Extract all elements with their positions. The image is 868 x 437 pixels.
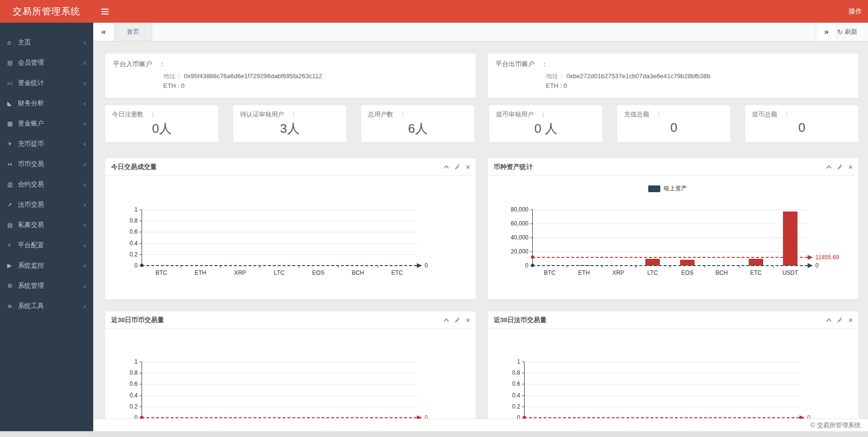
stat-card-label: 充值总额 ： [624,110,724,119]
chart-today-volume: 00.20.40.60.81BTCETHXRPLTCEOSBCHETC0 [105,176,476,299]
withdraw-account-card: 平台出币账户 ： 地址： 0xbe272d01b27537e1cb07da3e6… [488,54,858,98]
deposit-account-address-line: 地址： 0x95f43888c76a6d6e1f729296dabf695fa2… [163,71,468,81]
sidebar-item-label: 系统监控 [18,261,84,270]
sidebar-item-法币交易[interactable]: ↗法币交易‹ [0,195,93,215]
y-axis-line [142,210,142,266]
settings-wrench-button[interactable] [455,164,461,170]
grid-line [142,243,417,244]
legend-label: 链上资产 [664,184,687,193]
bar-ETC [749,259,763,266]
collapse-button[interactable] [826,318,832,322]
tab-home[interactable]: 首页 [114,23,152,41]
x-axis-tick [220,266,221,268]
x-axis-label: ETC [739,269,773,276]
address-book-icon: ▤ [7,59,18,66]
sidebar-item-财务分析[interactable]: ◣财务分析‹ [0,93,93,113]
settings-wrench-button[interactable] [455,317,461,323]
chevron-left-icon: ‹ [84,223,86,227]
panel-header: 今日交易成交量 × [105,158,476,176]
x-axis-label: BTC [144,269,178,276]
sidebar-item-私募交易[interactable]: ▤私募交易‹ [0,215,93,235]
dashed-line [532,257,808,258]
y-axis-line [142,362,142,418]
hamburger-menu-button[interactable] [101,0,121,23]
stat-card: 待认证审核用户 ：3人 [233,105,346,142]
sidebar-item-合约交易[interactable]: ▥合约交易‹ [0,174,93,195]
collapse-button[interactable] [826,165,832,169]
y-axis-tick-label: 0.8 [111,369,138,376]
legend-swatch[interactable] [648,185,660,192]
sidebar-item-系统工具[interactable]: ≡系统工具‹ [0,296,93,316]
chevron-left-icon: ‹ [84,81,86,85]
sidebar-item-系统监控[interactable]: ▶系统监控‹ [0,255,93,276]
chart-asset-stats: 链上资产020,00040,00060,00080,000BTCETHXRPLT… [488,176,858,299]
sidebar-item-会员管理[interactable]: ▤会员管理‹ [0,53,93,73]
dashed-line [532,265,808,266]
close-button[interactable]: × [466,165,470,169]
panel-title: 近30日币币交易量 [111,316,164,324]
chevron-left-icon: ‹ [84,121,86,126]
close-button[interactable]: × [466,318,470,323]
chevron-left-icon: ‹ [84,283,86,288]
stat-card-value: 6人 [368,120,468,137]
collapse-button[interactable] [443,318,449,322]
chevron-left-icon: ‹ [84,40,86,45]
y-axis-tick-label: 20,000 [501,248,528,255]
x-axis-label: ETH [567,269,601,276]
refresh-tab-button[interactable]: ↻ 刷新 [837,23,868,41]
chevron-left-icon: ‹ [84,162,86,167]
sidebar-item-label: 充币提币 [18,140,84,148]
y-axis-tick-label: 60,000 [501,220,528,227]
chart-panel-30d-coin-volume: 近30日币币交易量 × 00.20.40.60.810 [105,311,476,419]
chevron-up-icon [826,318,832,322]
sidebar-item-label: 资金账户 [18,119,84,128]
tabs-scroll-right-button[interactable]: » [816,23,837,41]
wrench-icon [455,164,461,170]
chevron-left-icon: ‹ [84,141,86,146]
settings-wrench-button[interactable] [837,164,843,170]
page: 交易所管理系统 ⌂主页‹▤会员管理‹▭资金统计‹◣财务分析‹▦资金账户‹✈充币提… [0,0,868,437]
sidebar-item-币币交易[interactable]: ↔币币交易‹ [0,154,93,174]
topbar-actions-menu[interactable]: 操作 [849,7,868,16]
close-button[interactable]: × [849,165,853,169]
stat-card-label: 提币总额 ： [752,110,852,119]
sidebar-item-平台配置[interactable]: ⚡平台配置‹ [0,235,93,255]
sidebar-item-系统管理[interactable]: ⚙系统管理‹ [0,276,93,296]
grid-line [532,252,808,252]
sidebar-item-label: 合约交易 [18,180,84,189]
deposit-account-card: 平台入币账户 ： 地址： 0x95f43888c76a6d6e1f729296d… [105,54,476,98]
sidebar-item-充币提币[interactable]: ✈充币提币‹ [0,134,93,154]
tabs-scroll-left-button[interactable]: « [93,23,114,41]
collapse-button[interactable] [443,165,449,169]
y-axis-tick-label: 0.4 [493,392,520,399]
arrow-right-icon [808,255,813,260]
sidebar-item-资金账户[interactable]: ▦资金账户‹ [0,113,93,134]
wrench-icon [837,164,843,170]
line-origin-dot [140,264,143,267]
chevron-left-icon: ‹ [84,60,86,65]
chart-legend: 链上资产 [648,184,687,193]
chevron-left-icon: ‹ [84,243,86,248]
x-axis-tick [739,266,740,268]
x-axis-label: XRP [223,269,257,276]
gear-icon: ⚙ [7,282,18,289]
y-axis-tick-label: 40,000 [501,234,528,241]
line-value-label: 0 [425,414,428,419]
sidebar-item-主页[interactable]: ⌂主页‹ [0,32,93,53]
stat-cards-row: 今日注册数 ：0人待认证审核用户 ：3人总用户数 ：6人提币审核用户 ：0 人充… [105,105,858,142]
grid-line [142,407,417,407]
y-axis-tick-label: 0.4 [111,240,138,247]
chart-30d-coin-volume: 00.20.40.60.810 [105,329,476,419]
sidebar-item-资金统计[interactable]: ▭资金统计‹ [0,73,93,93]
y-axis-tick-label: 0 [111,414,138,419]
arrow-right-icon [417,415,422,419]
y-axis-tick-label: 0.2 [111,251,138,258]
panel-header: 近30日法币交易量 × [488,311,858,329]
line-value-label: 0 [807,414,811,419]
grid-line [142,362,417,362]
settings-wrench-button[interactable] [837,317,843,323]
close-button[interactable]: × [849,318,853,323]
page-bottom-strip [0,431,868,437]
copyright-text: © 交易所管理系统 [811,421,861,430]
sidebar-item-label: 法币交易 [18,200,84,209]
